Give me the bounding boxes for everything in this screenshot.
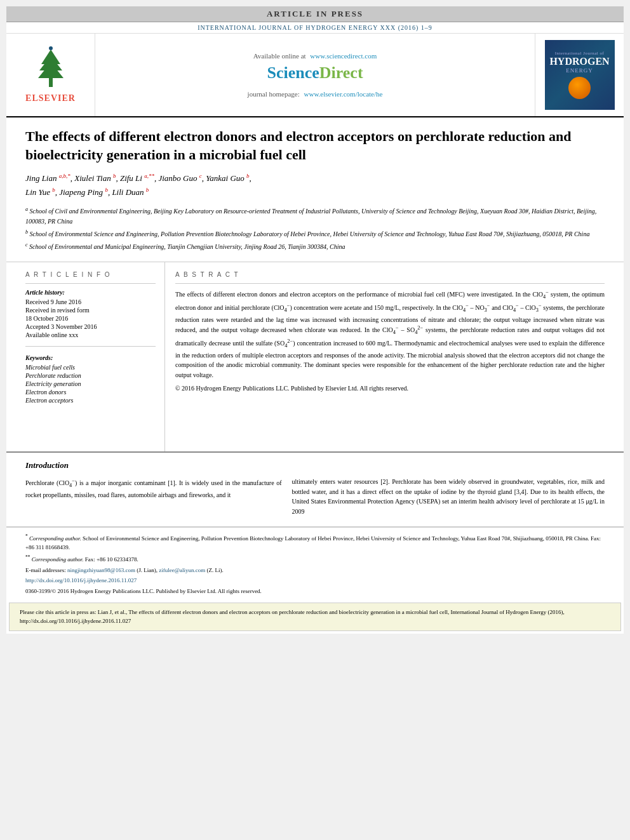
introduction-right: ultimately enters water resources [2]. P…	[292, 459, 605, 520]
journal-header-text: INTERNATIONAL JOURNAL OF HYDROGEN ENERGY…	[198, 24, 432, 31]
affiliations: a School of Civil and Environmental Engi…	[25, 206, 605, 251]
footnote-email: E-mail addresses: ningjingzhiyuan98@163.…	[25, 566, 605, 575]
svg-rect-0	[49, 78, 53, 87]
article-title-section: The effects of different electron donors…	[6, 117, 624, 262]
introduction-heading: Introduction	[25, 459, 282, 472]
journal-header: INTERNATIONAL JOURNAL OF HYDROGEN ENERGY…	[6, 22, 624, 34]
journal-homepage-link[interactable]: www.elsevier.com/locate/he	[304, 90, 383, 98]
introduction-left-para: Perchlorate (ClO4−) is a major inorganic…	[25, 477, 282, 500]
sciencedirect-url-link[interactable]: www.sciencedirect.com	[310, 52, 377, 60]
footnote-1: ** Corresponding author. Fax: +86 10 623…	[25, 554, 605, 564]
authors-list: Jing Lian a,b,*, Xiulei Tian b, Zifu Li …	[25, 171, 605, 199]
hydrogen-energy-text: ENERGY	[566, 67, 593, 74]
hydrogen-journal-logo: International Journal of HYDROGEN ENERGY	[535, 34, 624, 116]
elsevier-logo: ELSEVIER	[6, 34, 95, 116]
affiliation-c: c School of Environmental and Municipal …	[25, 241, 605, 251]
abstract-section: A B S T R A C T The effects of different…	[165, 262, 605, 451]
elsevier-brand-text: ELSEVIER	[25, 93, 76, 103]
top-section: ELSEVIER Available online at www.science…	[6, 34, 624, 117]
copyright-notice: © 2016 Hydrogen Energy Publications LLC.…	[175, 385, 605, 392]
introduction-left: Introduction Perchlorate (ClO4−) is a ma…	[25, 459, 292, 520]
history-item-0: Received 9 June 2016	[25, 298, 156, 305]
affiliation-b: b School of Environmental Science and En…	[25, 229, 605, 239]
footnote-issn: 0360-3199/© 2016 Hydrogen Energy Publica…	[25, 587, 605, 596]
keyword-0: Microbial fuel cells	[25, 364, 156, 371]
history-item-4: Available online xxx	[25, 331, 156, 338]
journal-homepage-text: journal homepage: www.elsevier.com/locat…	[248, 90, 383, 98]
abstract-heading: A B S T R A C T	[175, 271, 605, 278]
available-online-text: Available online at www.sciencedirect.co…	[253, 52, 377, 60]
introduction-section: Introduction Perchlorate (ClO4−) is a ma…	[6, 453, 624, 527]
keyword-1: Perchlorate reduction	[25, 372, 156, 379]
content-section: A R T I C L E I N F O Article history: R…	[6, 262, 624, 453]
elsevier-tree-icon	[25, 46, 76, 91]
hydrogen-intl-text: International Journal of	[555, 51, 605, 56]
email-link-zifu[interactable]: zifulee@aliyun.com	[159, 567, 205, 573]
sciencedirect-logo: ScienceDirect	[267, 63, 363, 83]
abstract-text: The effects of different electron donors…	[175, 289, 605, 380]
footnote-0: * Corresponding author. School of Enviro…	[25, 533, 605, 552]
page: ARTICLE IN PRESS INTERNATIONAL JOURNAL O…	[6, 6, 624, 634]
keyword-2: Electricity generation	[25, 380, 156, 387]
citation-bar: Please cite this article in press as: Li…	[9, 603, 621, 631]
history-item-1: Received in revised form	[25, 307, 156, 314]
center-info: Available online at www.sciencedirect.co…	[95, 34, 535, 116]
aip-text: ARTICLE IN PRESS	[267, 9, 363, 18]
hydrogen-box: International Journal of HYDROGEN ENERGY	[545, 40, 615, 110]
history-item-2: 18 October 2016	[25, 315, 156, 322]
keyword-4: Electron acceptors	[25, 397, 156, 404]
hydrogen-title: HYDROGEN	[549, 56, 609, 67]
keywords-section: Keywords: Microbial fuel cells Perchlora…	[25, 354, 156, 404]
footnotes: * Corresponding author. School of Enviro…	[6, 527, 624, 603]
footnote-doi: http://dx.doi.org/10.1016/j.ijhydene.201…	[25, 577, 605, 585]
doi-link[interactable]: http://dx.doi.org/10.1016/j.ijhydene.201…	[25, 577, 137, 583]
history-label: Article history:	[25, 289, 156, 296]
article-title: The effects of different electron donors…	[25, 128, 605, 164]
keyword-3: Electron donors	[25, 389, 156, 396]
history-item-3: Accepted 3 November 2016	[25, 323, 156, 330]
aip-banner: ARTICLE IN PRESS	[6, 6, 624, 22]
article-info-panel: A R T I C L E I N F O Article history: R…	[25, 262, 165, 451]
introduction-right-para: ultimately enters water resources [2]. P…	[292, 477, 605, 516]
email-link-jian[interactable]: ningjingzhiyuan98@163.com	[67, 567, 135, 573]
svg-point-4	[49, 46, 53, 50]
article-info-heading: A R T I C L E I N F O	[25, 271, 156, 278]
citation-text: Please cite this article in press as: Li…	[20, 609, 565, 624]
keywords-label: Keywords:	[25, 354, 156, 361]
affiliation-a: a School of Civil and Environmental Engi…	[25, 206, 605, 225]
hydrogen-circle-icon	[568, 77, 591, 99]
